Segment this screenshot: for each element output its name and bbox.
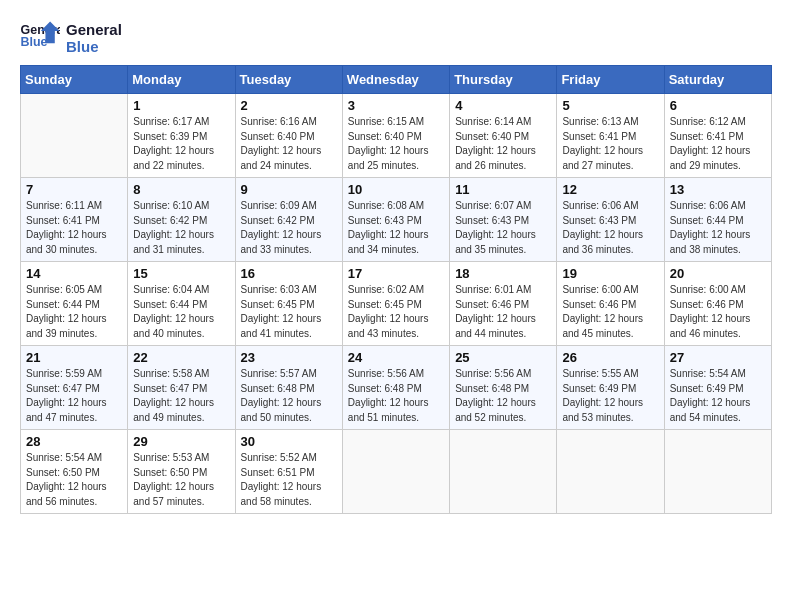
day-info: Sunrise: 6:06 AM Sunset: 6:44 PM Dayligh… — [670, 199, 766, 257]
day-info: Sunrise: 5:57 AM Sunset: 6:48 PM Dayligh… — [241, 367, 337, 425]
day-number: 6 — [670, 98, 766, 113]
day-info: Sunrise: 6:14 AM Sunset: 6:40 PM Dayligh… — [455, 115, 551, 173]
calendar-cell — [557, 430, 664, 514]
day-number: 20 — [670, 266, 766, 281]
day-info: Sunrise: 6:10 AM Sunset: 6:42 PM Dayligh… — [133, 199, 229, 257]
calendar-cell: 26Sunrise: 5:55 AM Sunset: 6:49 PM Dayli… — [557, 346, 664, 430]
calendar-cell: 4Sunrise: 6:14 AM Sunset: 6:40 PM Daylig… — [450, 94, 557, 178]
day-info: Sunrise: 6:05 AM Sunset: 6:44 PM Dayligh… — [26, 283, 122, 341]
calendar-cell: 8Sunrise: 6:10 AM Sunset: 6:42 PM Daylig… — [128, 178, 235, 262]
day-number: 28 — [26, 434, 122, 449]
day-info: Sunrise: 5:58 AM Sunset: 6:47 PM Dayligh… — [133, 367, 229, 425]
day-number: 4 — [455, 98, 551, 113]
day-number: 5 — [562, 98, 658, 113]
day-number: 3 — [348, 98, 444, 113]
calendar-week-row: 1Sunrise: 6:17 AM Sunset: 6:39 PM Daylig… — [21, 94, 772, 178]
day-number: 11 — [455, 182, 551, 197]
weekday-header-tuesday: Tuesday — [235, 66, 342, 94]
calendar-cell: 18Sunrise: 6:01 AM Sunset: 6:46 PM Dayli… — [450, 262, 557, 346]
calendar-week-row: 14Sunrise: 6:05 AM Sunset: 6:44 PM Dayli… — [21, 262, 772, 346]
day-number: 25 — [455, 350, 551, 365]
day-number: 15 — [133, 266, 229, 281]
calendar-cell: 2Sunrise: 6:16 AM Sunset: 6:40 PM Daylig… — [235, 94, 342, 178]
day-number: 10 — [348, 182, 444, 197]
day-number: 29 — [133, 434, 229, 449]
logo-text-top: General — [66, 21, 122, 38]
day-info: Sunrise: 5:56 AM Sunset: 6:48 PM Dayligh… — [455, 367, 551, 425]
day-number: 12 — [562, 182, 658, 197]
calendar-cell: 11Sunrise: 6:07 AM Sunset: 6:43 PM Dayli… — [450, 178, 557, 262]
calendar-header-row: SundayMondayTuesdayWednesdayThursdayFrid… — [21, 66, 772, 94]
svg-text:Blue: Blue — [21, 35, 48, 49]
day-number: 9 — [241, 182, 337, 197]
day-info: Sunrise: 6:00 AM Sunset: 6:46 PM Dayligh… — [562, 283, 658, 341]
day-info: Sunrise: 6:07 AM Sunset: 6:43 PM Dayligh… — [455, 199, 551, 257]
day-number: 18 — [455, 266, 551, 281]
calendar-table: SundayMondayTuesdayWednesdayThursdayFrid… — [20, 65, 772, 514]
day-number: 17 — [348, 266, 444, 281]
day-info: Sunrise: 6:16 AM Sunset: 6:40 PM Dayligh… — [241, 115, 337, 173]
day-info: Sunrise: 6:02 AM Sunset: 6:45 PM Dayligh… — [348, 283, 444, 341]
day-info: Sunrise: 5:59 AM Sunset: 6:47 PM Dayligh… — [26, 367, 122, 425]
logo: General Blue General Blue — [20, 20, 122, 55]
calendar-cell: 29Sunrise: 5:53 AM Sunset: 6:50 PM Dayli… — [128, 430, 235, 514]
weekday-header-thursday: Thursday — [450, 66, 557, 94]
calendar-cell — [21, 94, 128, 178]
calendar-cell: 14Sunrise: 6:05 AM Sunset: 6:44 PM Dayli… — [21, 262, 128, 346]
day-number: 16 — [241, 266, 337, 281]
calendar-cell: 5Sunrise: 6:13 AM Sunset: 6:41 PM Daylig… — [557, 94, 664, 178]
day-info: Sunrise: 6:08 AM Sunset: 6:43 PM Dayligh… — [348, 199, 444, 257]
day-info: Sunrise: 6:12 AM Sunset: 6:41 PM Dayligh… — [670, 115, 766, 173]
logo-text-bottom: Blue — [66, 38, 122, 55]
day-number: 1 — [133, 98, 229, 113]
calendar-cell: 23Sunrise: 5:57 AM Sunset: 6:48 PM Dayli… — [235, 346, 342, 430]
day-number: 2 — [241, 98, 337, 113]
weekday-header-sunday: Sunday — [21, 66, 128, 94]
calendar-cell: 1Sunrise: 6:17 AM Sunset: 6:39 PM Daylig… — [128, 94, 235, 178]
calendar-cell: 30Sunrise: 5:52 AM Sunset: 6:51 PM Dayli… — [235, 430, 342, 514]
day-number: 13 — [670, 182, 766, 197]
day-number: 30 — [241, 434, 337, 449]
day-info: Sunrise: 5:54 AM Sunset: 6:49 PM Dayligh… — [670, 367, 766, 425]
calendar-cell: 13Sunrise: 6:06 AM Sunset: 6:44 PM Dayli… — [664, 178, 771, 262]
calendar-cell: 10Sunrise: 6:08 AM Sunset: 6:43 PM Dayli… — [342, 178, 449, 262]
calendar-cell: 16Sunrise: 6:03 AM Sunset: 6:45 PM Dayli… — [235, 262, 342, 346]
day-info: Sunrise: 6:17 AM Sunset: 6:39 PM Dayligh… — [133, 115, 229, 173]
calendar-cell — [342, 430, 449, 514]
day-info: Sunrise: 5:56 AM Sunset: 6:48 PM Dayligh… — [348, 367, 444, 425]
day-info: Sunrise: 6:00 AM Sunset: 6:46 PM Dayligh… — [670, 283, 766, 341]
day-info: Sunrise: 5:54 AM Sunset: 6:50 PM Dayligh… — [26, 451, 122, 509]
day-number: 19 — [562, 266, 658, 281]
page-header: General Blue General Blue — [20, 20, 772, 55]
logo-icon: General Blue — [20, 20, 60, 55]
day-number: 27 — [670, 350, 766, 365]
calendar-cell: 17Sunrise: 6:02 AM Sunset: 6:45 PM Dayli… — [342, 262, 449, 346]
day-number: 8 — [133, 182, 229, 197]
weekday-header-saturday: Saturday — [664, 66, 771, 94]
calendar-week-row: 21Sunrise: 5:59 AM Sunset: 6:47 PM Dayli… — [21, 346, 772, 430]
day-info: Sunrise: 6:04 AM Sunset: 6:44 PM Dayligh… — [133, 283, 229, 341]
day-number: 22 — [133, 350, 229, 365]
calendar-cell: 28Sunrise: 5:54 AM Sunset: 6:50 PM Dayli… — [21, 430, 128, 514]
day-number: 21 — [26, 350, 122, 365]
weekday-header-friday: Friday — [557, 66, 664, 94]
calendar-cell: 9Sunrise: 6:09 AM Sunset: 6:42 PM Daylig… — [235, 178, 342, 262]
calendar-cell: 24Sunrise: 5:56 AM Sunset: 6:48 PM Dayli… — [342, 346, 449, 430]
calendar-cell: 21Sunrise: 5:59 AM Sunset: 6:47 PM Dayli… — [21, 346, 128, 430]
day-info: Sunrise: 5:55 AM Sunset: 6:49 PM Dayligh… — [562, 367, 658, 425]
day-number: 24 — [348, 350, 444, 365]
calendar-cell: 6Sunrise: 6:12 AM Sunset: 6:41 PM Daylig… — [664, 94, 771, 178]
calendar-cell: 27Sunrise: 5:54 AM Sunset: 6:49 PM Dayli… — [664, 346, 771, 430]
day-info: Sunrise: 6:09 AM Sunset: 6:42 PM Dayligh… — [241, 199, 337, 257]
calendar-week-row: 7Sunrise: 6:11 AM Sunset: 6:41 PM Daylig… — [21, 178, 772, 262]
weekday-header-monday: Monday — [128, 66, 235, 94]
day-info: Sunrise: 6:03 AM Sunset: 6:45 PM Dayligh… — [241, 283, 337, 341]
calendar-week-row: 28Sunrise: 5:54 AM Sunset: 6:50 PM Dayli… — [21, 430, 772, 514]
day-info: Sunrise: 5:52 AM Sunset: 6:51 PM Dayligh… — [241, 451, 337, 509]
day-info: Sunrise: 6:01 AM Sunset: 6:46 PM Dayligh… — [455, 283, 551, 341]
calendar-cell: 3Sunrise: 6:15 AM Sunset: 6:40 PM Daylig… — [342, 94, 449, 178]
day-info: Sunrise: 6:11 AM Sunset: 6:41 PM Dayligh… — [26, 199, 122, 257]
calendar-cell — [450, 430, 557, 514]
calendar-body: 1Sunrise: 6:17 AM Sunset: 6:39 PM Daylig… — [21, 94, 772, 514]
day-number: 23 — [241, 350, 337, 365]
